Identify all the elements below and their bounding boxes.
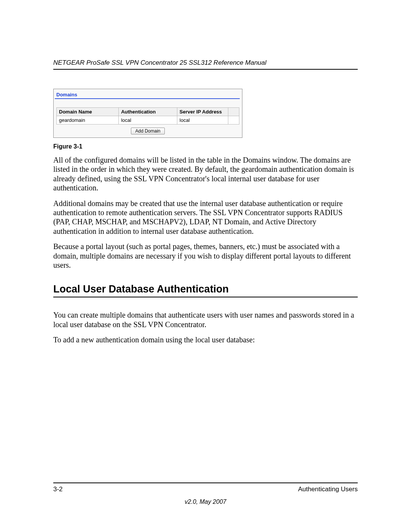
chapter-title: Authenticating Users (298, 486, 358, 493)
cell-domain-name: geardomain (57, 116, 119, 125)
body-paragraph: Because a portal layout (such as portal … (53, 242, 358, 270)
add-domain-button[interactable]: Add Domain (131, 128, 164, 134)
cell-authentication: local (119, 116, 177, 125)
running-header: NETGEAR ProSafe SSL VPN Concentrator 25 … (53, 59, 358, 70)
domains-panel-title: Domains (55, 90, 240, 99)
page-number: 3-2 (53, 486, 63, 493)
body-paragraph: Additional domains may be created that u… (53, 199, 358, 236)
page-footer: 3-2 Authenticating Users v2.0, May 2007 (53, 482, 358, 505)
col-server-ip: Server IP Address (177, 108, 228, 116)
table-row: geardomain local local (57, 116, 239, 125)
col-authentication: Authentication (119, 108, 177, 116)
cell-server-ip: local (177, 116, 228, 125)
domains-panel: Domains Domain Name Authentication Serve… (53, 89, 242, 138)
section-heading-local-user-db: Local User Database Authentication (53, 283, 358, 297)
body-paragraph: All of the configured domains will be li… (53, 155, 358, 193)
body-paragraph: To add a new authentication domain using… (53, 335, 358, 344)
cell-blank (228, 116, 239, 125)
footer-version: v2.0, May 2007 (53, 498, 358, 505)
col-domain-name: Domain Name (57, 108, 119, 116)
footer-rule (53, 482, 358, 483)
body-paragraph: You can create multiple domains that aut… (53, 310, 358, 329)
domains-table: Domain Name Authentication Server IP Add… (56, 107, 239, 125)
table-header-row: Domain Name Authentication Server IP Add… (57, 108, 239, 116)
figure-label: Figure 3-1 (53, 143, 358, 150)
col-blank (228, 108, 239, 116)
